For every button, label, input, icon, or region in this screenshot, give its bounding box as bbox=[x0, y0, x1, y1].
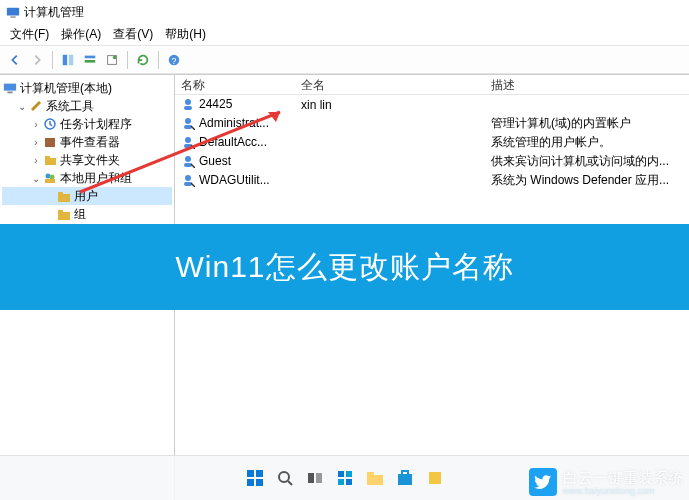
expand-icon[interactable]: › bbox=[30, 137, 42, 148]
svg-rect-5 bbox=[85, 60, 96, 63]
list-item[interactable]: WDAGUtilit... 系统为 Windows Defender 应用... bbox=[175, 171, 689, 190]
tree-label: 共享文件夹 bbox=[60, 152, 120, 169]
svg-rect-40 bbox=[247, 470, 254, 477]
svg-rect-43 bbox=[256, 479, 263, 486]
menu-view[interactable]: 查看(V) bbox=[107, 24, 159, 45]
cell-name: DefaultAcc... bbox=[199, 135, 267, 149]
tree-label: 事件查看器 bbox=[60, 134, 120, 151]
properties-button[interactable] bbox=[79, 49, 101, 71]
expand-icon[interactable]: › bbox=[30, 119, 42, 130]
refresh-button[interactable] bbox=[132, 49, 154, 71]
menubar: 文件(F) 操作(A) 查看(V) 帮助(H) bbox=[0, 24, 689, 46]
user-icon bbox=[181, 173, 197, 189]
help-button[interactable]: ? bbox=[163, 49, 185, 71]
forward-button[interactable] bbox=[26, 49, 48, 71]
list-item[interactable]: Guest 供来宾访问计算机或访问域的内... bbox=[175, 152, 689, 171]
bird-icon bbox=[529, 468, 557, 496]
list-item[interactable]: 24425 xin lin bbox=[175, 95, 689, 114]
svg-rect-35 bbox=[184, 163, 192, 167]
svg-rect-4 bbox=[85, 55, 96, 58]
svg-rect-2 bbox=[63, 54, 67, 65]
menu-action[interactable]: 操作(A) bbox=[55, 24, 107, 45]
show-button[interactable] bbox=[57, 49, 79, 71]
svg-rect-20 bbox=[58, 192, 63, 195]
svg-point-30 bbox=[185, 118, 191, 124]
svg-rect-10 bbox=[4, 84, 16, 91]
column-header-fullname[interactable]: 全名 bbox=[295, 75, 485, 94]
taskview-button[interactable] bbox=[302, 465, 328, 491]
store-button[interactable] bbox=[392, 465, 418, 491]
start-button[interactable] bbox=[242, 465, 268, 491]
svg-rect-21 bbox=[58, 212, 70, 220]
column-header-description[interactable]: 描述 bbox=[485, 75, 689, 94]
svg-rect-49 bbox=[346, 471, 352, 477]
menu-help[interactable]: 帮助(H) bbox=[159, 24, 212, 45]
svg-rect-19 bbox=[58, 194, 70, 202]
tree-label: 任务计划程序 bbox=[60, 116, 132, 133]
toolbar-separator bbox=[127, 51, 128, 69]
expand-icon[interactable]: ⌄ bbox=[16, 101, 28, 112]
svg-rect-3 bbox=[69, 54, 73, 65]
svg-rect-53 bbox=[367, 472, 374, 476]
list-item[interactable]: Administrat... 管理计算机(域)的内置帐户 bbox=[175, 114, 689, 133]
svg-rect-33 bbox=[184, 144, 192, 148]
svg-rect-11 bbox=[7, 92, 12, 94]
cell-name: Guest bbox=[199, 154, 231, 168]
user-icon bbox=[181, 97, 197, 113]
user-icon bbox=[181, 154, 197, 170]
window-title: 计算机管理 bbox=[24, 4, 84, 21]
back-button[interactable] bbox=[4, 49, 26, 71]
tree-local-users-groups[interactable]: ⌄ 本地用户和组 bbox=[2, 169, 172, 187]
search-button[interactable] bbox=[272, 465, 298, 491]
computer-icon bbox=[2, 80, 18, 96]
tree-event-viewer[interactable]: › 事件查看器 bbox=[2, 133, 172, 151]
svg-point-7 bbox=[113, 55, 117, 59]
svg-point-17 bbox=[50, 175, 55, 180]
user-icon bbox=[181, 135, 197, 151]
svg-rect-29 bbox=[184, 106, 192, 110]
svg-rect-56 bbox=[429, 472, 441, 484]
watermark: 白云一键重装系统 www.baiyunxitong.com bbox=[529, 468, 683, 496]
cell-name: 24425 bbox=[199, 97, 232, 111]
export-button[interactable] bbox=[101, 49, 123, 71]
tree-label: 本地用户和组 bbox=[60, 170, 132, 187]
cell-name: Administrat... bbox=[199, 116, 269, 130]
tree-system-tools[interactable]: ⌄ 系统工具 bbox=[2, 97, 172, 115]
column-headers: 名称 全名 描述 bbox=[175, 75, 689, 95]
tree-users[interactable]: 用户 bbox=[2, 187, 172, 205]
svg-rect-15 bbox=[45, 156, 50, 159]
column-header-name[interactable]: 名称 bbox=[175, 75, 295, 94]
tree-task-scheduler[interactable]: › 任务计划程序 bbox=[2, 115, 172, 133]
svg-rect-1 bbox=[10, 16, 15, 17]
watermark-brand: 白云一键重装系统 bbox=[563, 469, 683, 486]
event-icon bbox=[42, 134, 58, 150]
list-item[interactable]: DefaultAcc... 系统管理的用户帐户。 bbox=[175, 133, 689, 152]
file-explorer-button[interactable] bbox=[362, 465, 388, 491]
tree-root[interactable]: 计算机管理(本地) bbox=[2, 79, 172, 97]
svg-point-32 bbox=[185, 137, 191, 143]
app-icon bbox=[6, 5, 20, 19]
cell-description: 系统为 Windows Defender 应用... bbox=[485, 172, 689, 189]
tree-label: 用户 bbox=[74, 188, 98, 205]
expand-icon[interactable]: › bbox=[30, 155, 42, 166]
svg-rect-47 bbox=[316, 473, 322, 483]
collapse-icon[interactable]: ⌄ bbox=[30, 173, 42, 184]
svg-rect-48 bbox=[338, 471, 344, 477]
tree-shared-folders[interactable]: › 共享文件夹 bbox=[2, 151, 172, 169]
svg-point-34 bbox=[185, 156, 191, 162]
svg-rect-22 bbox=[58, 210, 63, 213]
tree-label: 计算机管理(本地) bbox=[20, 80, 112, 97]
svg-rect-14 bbox=[45, 158, 56, 165]
cell-description: 供来宾访问计算机或访问域的内... bbox=[485, 153, 689, 170]
user-icon bbox=[181, 116, 197, 132]
watermark-text: 白云一键重装系统 www.baiyunxitong.com bbox=[563, 469, 683, 496]
widgets-button[interactable] bbox=[332, 465, 358, 491]
cell-fullname: xin lin bbox=[295, 98, 485, 112]
svg-rect-50 bbox=[338, 479, 344, 485]
folder-icon bbox=[56, 206, 72, 222]
tree-groups[interactable]: 组 bbox=[2, 205, 172, 223]
menu-file[interactable]: 文件(F) bbox=[4, 24, 55, 45]
toolbar-separator bbox=[52, 51, 53, 69]
app-button[interactable] bbox=[422, 465, 448, 491]
folder-icon bbox=[56, 188, 72, 204]
